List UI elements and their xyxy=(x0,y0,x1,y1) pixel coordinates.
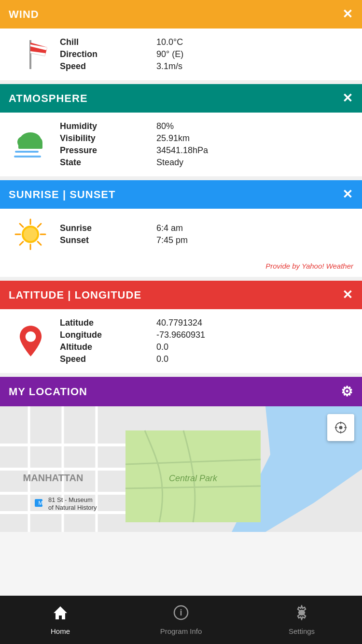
latitude-row: Latitude 40.7791324 xyxy=(60,318,353,328)
svg-point-38 xyxy=(339,426,343,429)
pressure-label: Pressure xyxy=(60,145,156,156)
latlng-data-table: Latitude 40.7791324 Longitude -73.966093… xyxy=(60,318,353,364)
atmosphere-header: ATMOSPHERE ✕ xyxy=(0,84,362,113)
latlng-speed-row: Speed 0.0 xyxy=(60,354,353,364)
sunrise-section: SUNRISE | SUNSET ✕ Sunrise xyxy=(0,180,362,277)
wind-body: Chill 10.0°C Direction 90° (E) Speed 3.1… xyxy=(0,29,362,80)
bottom-navigation: Home i Program Info Settings xyxy=(0,596,362,644)
svg-line-18 xyxy=(38,224,41,227)
wind-direction-row: Direction 90° (E) xyxy=(60,49,353,59)
gear-svg-icon xyxy=(294,605,309,620)
svg-text:81 St - Museum: 81 St - Museum xyxy=(48,496,93,503)
latitude-label: Latitude xyxy=(60,318,156,328)
program-info-label: Program Info xyxy=(160,627,202,635)
svg-text:of Natural History: of Natural History xyxy=(48,504,97,511)
svg-text:Central Park: Central Park xyxy=(169,473,218,483)
sun-icon-area xyxy=(9,217,52,251)
altitude-value: 0.0 xyxy=(156,342,168,352)
atmosphere-title: ATMOSPHERE xyxy=(9,92,88,105)
wind-title: WIND xyxy=(9,8,39,21)
latlng-close-icon[interactable]: ✕ xyxy=(342,287,353,302)
my-location-gear-icon[interactable]: ⚙ xyxy=(341,384,353,400)
map-svg: MANHATTAN Central Park M 81 St - Museum … xyxy=(0,406,362,532)
gps-button[interactable] xyxy=(327,414,354,441)
sunrise-close-icon[interactable]: ✕ xyxy=(342,187,353,202)
nav-home[interactable]: Home xyxy=(0,600,121,640)
wind-header: WIND ✕ xyxy=(0,0,362,29)
wind-chill-label: Chill xyxy=(60,37,156,47)
wind-close-icon[interactable]: ✕ xyxy=(342,7,353,22)
windsock-icon xyxy=(11,38,50,72)
sunrise-label: Sunrise xyxy=(60,223,156,233)
info-icon: i xyxy=(173,605,189,624)
atmosphere-state-row: State Steady xyxy=(60,157,353,168)
wind-speed-label: Speed xyxy=(60,61,156,72)
settings-icon xyxy=(294,605,309,624)
visibility-value: 25.91km xyxy=(156,133,190,143)
provider-attribution: Provide by Yahoo! Weather xyxy=(0,260,362,277)
svg-text:M: M xyxy=(38,500,42,506)
wind-chill-row: Chill 10.0°C xyxy=(60,37,353,47)
longitude-label: Longitude xyxy=(60,330,156,340)
divider-3 xyxy=(0,277,362,281)
sunset-row: Sunset 7:45 pm xyxy=(60,235,353,245)
state-label: State xyxy=(60,157,156,168)
latlng-body: Latitude 40.7791324 Longitude -73.966093… xyxy=(0,309,362,373)
home-label: Home xyxy=(51,627,70,635)
latlng-speed-value: 0.0 xyxy=(156,354,168,364)
svg-text:i: i xyxy=(180,608,182,617)
atmosphere-body: Humidity 80% Visibility 25.91km Pressure… xyxy=(0,113,362,176)
info-svg-icon: i xyxy=(173,605,189,620)
svg-marker-43 xyxy=(54,606,67,619)
latlng-section: LATITUDE | LONGITUDE ✕ Latitude 40.77913… xyxy=(0,281,362,373)
svg-rect-9 xyxy=(18,142,42,149)
sunrise-data-table: Sunrise 6:4 am Sunset 7:45 pm xyxy=(60,223,353,245)
humidity-label: Humidity xyxy=(60,121,156,131)
atmosphere-section: ATMOSPHERE ✕ Humidity 80% Visibility xyxy=(0,84,362,176)
my-location-title: MY LOCATION xyxy=(9,386,87,398)
pressure-value: 34541.18hPa xyxy=(156,145,208,156)
my-location-section: MY LOCATION ⚙ MANHATTAN xyxy=(0,377,362,532)
sunrise-body: Sunrise 6:4 am Sunset 7:45 pm xyxy=(0,209,362,260)
atmosphere-visibility-row: Visibility 25.91km xyxy=(60,133,353,143)
sunrise-row: Sunrise 6:4 am xyxy=(60,223,353,233)
svg-line-19 xyxy=(20,242,23,245)
nav-settings[interactable]: Settings xyxy=(241,600,362,640)
divider-4 xyxy=(0,373,362,377)
atmosphere-humidity-row: Humidity 80% xyxy=(60,121,353,131)
nav-program-info[interactable]: i Program Info xyxy=(121,600,241,640)
wind-data-table: Chill 10.0°C Direction 90° (E) Speed 3.1… xyxy=(60,37,353,72)
wind-speed-value: 3.1m/s xyxy=(156,61,182,72)
sunrise-value: 6:4 am xyxy=(156,223,183,233)
home-svg-icon xyxy=(53,605,68,620)
wind-section: WIND ✕ Chill 10.0°C Directio xyxy=(0,0,362,80)
location-pin-icon xyxy=(17,324,44,358)
longitude-row: Longitude -73.9660931 xyxy=(60,330,353,340)
state-value: Steady xyxy=(156,157,183,168)
map-container[interactable]: MANHATTAN Central Park M 81 St - Museum … xyxy=(0,406,362,532)
humidity-value: 80% xyxy=(156,121,174,131)
latlng-header: LATITUDE | LONGITUDE ✕ xyxy=(0,281,362,309)
latlng-icon-area xyxy=(9,322,52,360)
wind-direction-label: Direction xyxy=(60,49,156,59)
altitude-row: Altitude 0.0 xyxy=(60,342,353,352)
svg-point-22 xyxy=(25,331,36,342)
latitude-value: 40.7791324 xyxy=(156,318,202,328)
visibility-label: Visibility xyxy=(60,133,156,143)
wind-chill-value: 10.0°C xyxy=(156,37,183,47)
atmosphere-close-icon[interactable]: ✕ xyxy=(342,91,353,106)
settings-label: Settings xyxy=(289,627,315,635)
svg-text:MANHATTAN: MANHATTAN xyxy=(23,472,84,483)
svg-line-16 xyxy=(20,224,23,227)
my-location-header: MY LOCATION ⚙ xyxy=(0,377,362,406)
divider-1 xyxy=(0,80,362,84)
svg-line-17 xyxy=(38,242,41,245)
gps-icon xyxy=(334,421,348,434)
sunset-label: Sunset xyxy=(60,235,156,245)
altitude-label: Altitude xyxy=(60,342,156,352)
sunrise-header: SUNRISE | SUNSET ✕ xyxy=(0,180,362,209)
sunrise-title: SUNRISE | SUNSET xyxy=(9,188,115,201)
sunset-value: 7:45 pm xyxy=(156,235,188,245)
wind-speed-row: Speed 3.1m/s xyxy=(60,61,353,72)
atmosphere-icon-area xyxy=(9,127,52,163)
